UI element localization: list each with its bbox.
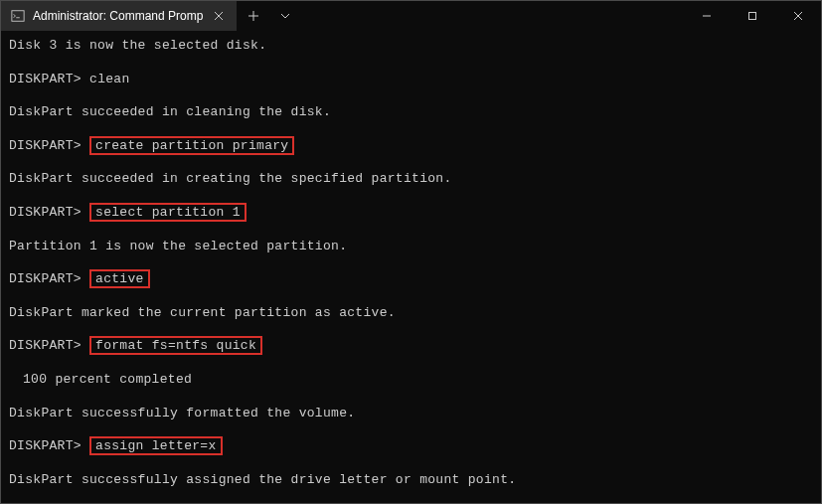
prompt-line: DISKPART> select partition 1	[9, 205, 813, 221]
prompt-line: DISKPART> clean	[9, 72, 813, 87]
output-line: DiskPart successfully formatted the volu…	[9, 406, 813, 421]
prompt: DISKPART>	[9, 271, 82, 286]
prompt-line: DISKPART> assign letter=x	[9, 438, 813, 454]
titlebar-drag-area[interactable]	[301, 1, 684, 31]
highlighted-command: format fs=ntfs quick	[89, 336, 262, 355]
prompt-line: DISKPART> active	[9, 271, 813, 287]
command-text: clean	[89, 72, 130, 86]
output-line: DiskPart successfully assigned the drive…	[9, 472, 813, 488]
prompt-line: DISKPART> create partition primary	[9, 138, 813, 154]
prompt: DISKPART>	[9, 338, 82, 353]
tab-title: Administrator: Command Promp	[33, 9, 203, 23]
output-line: DiskPart succeeded in creating the speci…	[9, 171, 813, 187]
terminal-output[interactable]: Disk 3 is now the selected disk. DISKPAR…	[1, 31, 821, 504]
minimize-button[interactable]	[684, 1, 730, 31]
titlebar: Administrator: Command Promp	[1, 1, 821, 31]
cmd-icon	[11, 9, 25, 23]
prompt: DISKPART>	[9, 205, 82, 220]
svg-rect-7	[749, 13, 756, 20]
close-window-button[interactable]	[775, 1, 821, 31]
highlighted-command: select partition 1	[89, 203, 247, 222]
tab-dropdown-button[interactable]	[269, 1, 301, 31]
maximize-button[interactable]	[730, 1, 775, 31]
prompt: DISKPART>	[9, 138, 82, 153]
highlighted-command: create partition primary	[89, 136, 294, 155]
prompt-line: DISKPART> format fs=ntfs quick	[9, 338, 813, 354]
output-line: 100 percent completed	[9, 372, 813, 388]
close-tab-button[interactable]	[211, 8, 227, 24]
output-line: Partition 1 is now the selected partitio…	[9, 239, 813, 254]
window-controls	[684, 1, 821, 31]
tab-cmd[interactable]: Administrator: Command Promp	[1, 1, 238, 31]
svg-rect-0	[12, 11, 24, 22]
highlighted-command: active	[89, 269, 150, 288]
prompt: DISKPART>	[9, 72, 82, 86]
prompt: DISKPART>	[9, 438, 82, 453]
new-tab-button[interactable]	[238, 1, 269, 31]
tab-strip: Administrator: Command Promp	[1, 1, 301, 31]
output-line: DiskPart marked the current partition as…	[9, 305, 813, 321]
output-line: Disk 3 is now the selected disk.	[9, 38, 813, 54]
output-line: DiskPart succeeded in cleaning the disk.	[9, 104, 813, 120]
highlighted-command: assign letter=x	[89, 436, 223, 455]
